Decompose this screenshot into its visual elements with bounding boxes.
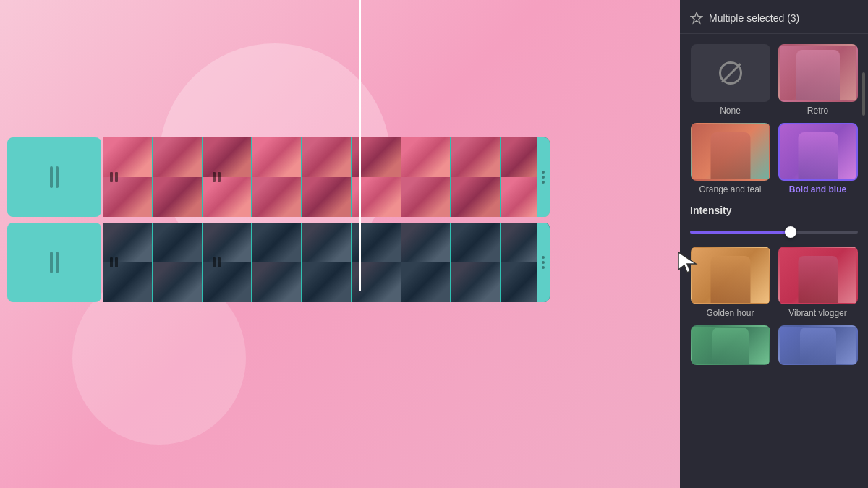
filter-bold-blue[interactable]: Bold and blue: [778, 123, 858, 194]
panel-header: Multiple selected (3): [680, 0, 868, 34]
filter-vibrant-label: Vibrant vlogger: [788, 308, 847, 318]
frame: [153, 223, 203, 262]
frame: [103, 137, 153, 177]
track-2-top-row: [103, 223, 550, 262]
svg-marker-0: [692, 13, 702, 23]
frame: [252, 177, 302, 217]
track-1-left-handle[interactable]: [7, 137, 101, 217]
intensity-slider-container[interactable]: [690, 225, 858, 239]
frame: [302, 223, 352, 262]
filter-vibrant[interactable]: Vibrant vlogger: [778, 247, 858, 318]
frame: [153, 137, 203, 177]
filter-golden-thumb: [691, 247, 770, 304]
filter-golden[interactable]: Golden hour: [690, 247, 770, 318]
frame: [153, 177, 203, 217]
no-filter-icon: [719, 61, 742, 85]
frame: [401, 177, 451, 217]
track-1-strip[interactable]: [103, 137, 550, 217]
track-1-handle-dots: [50, 166, 59, 188]
frame: [103, 177, 153, 217]
filter-vibrant-thumb: [778, 247, 858, 304]
pause-icon-4: [213, 257, 221, 267]
filter-retro[interactable]: Retro: [778, 44, 858, 116]
frame: [302, 177, 352, 217]
pause-icon-1: [110, 172, 118, 182]
filter-orange-teal[interactable]: Orange and teal: [690, 123, 770, 194]
track-2-left-handle[interactable]: [7, 223, 101, 302]
playhead-line: [359, 0, 361, 291]
filter-bottom2[interactable]: [778, 325, 858, 365]
frame: [203, 262, 252, 302]
filter-none[interactable]: None: [690, 44, 770, 116]
playhead[interactable]: [352, 0, 368, 291]
frame: [451, 137, 501, 177]
filter-bold-blue-label: Bold and blue: [789, 184, 846, 194]
track-2-handle-dots: [50, 252, 59, 273]
track-2-bottom-row: [103, 262, 550, 302]
frame: [302, 262, 352, 302]
panel-title: Multiple selected (3): [709, 12, 799, 24]
track-1-bottom-row: [103, 177, 550, 217]
filters-grid: None Retro Orange and teal Bold and blue: [680, 34, 868, 194]
end-handle-dots-2: [542, 256, 545, 269]
magic-icon: [690, 12, 703, 25]
filter-bottom2-thumb: [778, 325, 858, 365]
track-1-top-row: [103, 137, 550, 177]
frame: [203, 177, 252, 217]
pause-icon-3: [110, 257, 118, 267]
filter-none-label: None: [720, 106, 741, 116]
frame: [103, 223, 153, 262]
frame: [451, 177, 501, 217]
intensity-label: Intensity: [690, 205, 858, 216]
track-1: [0, 137, 550, 217]
scroll-indicator: [862, 72, 865, 116]
frame: [451, 223, 501, 262]
track-1-end-handle[interactable]: [537, 137, 550, 217]
track-2-end-handle[interactable]: [537, 223, 550, 302]
filter-orange-teal-label: Orange and teal: [699, 184, 761, 194]
frame: [451, 262, 501, 302]
end-handle-dots: [542, 171, 545, 184]
right-panel: Multiple selected (3) None Retro Orange …: [680, 0, 868, 488]
frame: [401, 262, 451, 302]
frame: [252, 262, 302, 302]
frame: [203, 137, 252, 177]
track-2-strip[interactable]: [103, 223, 550, 302]
timeline-area: [0, 137, 550, 308]
track-2: [0, 223, 550, 302]
filter-none-thumb: [691, 44, 770, 102]
pause-icon-2: [213, 172, 221, 182]
filters-grid-bottom: Golden hour Vibrant vlogger: [680, 247, 868, 365]
filter-bottom1-thumb: [691, 325, 770, 365]
frame: [103, 262, 153, 302]
frame: [252, 137, 302, 177]
frame: [153, 262, 203, 302]
frame: [203, 223, 252, 262]
filter-retro-thumb: [778, 44, 858, 102]
filter-golden-label: Golden hour: [706, 308, 754, 318]
intensity-section: Intensity: [680, 194, 868, 247]
frame: [302, 137, 352, 177]
frame: [401, 137, 451, 177]
frame: [252, 223, 302, 262]
filter-bold-blue-thumb: [778, 123, 858, 181]
filter-retro-label: Retro: [807, 106, 828, 116]
frame: [401, 223, 451, 262]
filter-orange-teal-thumb: [691, 123, 770, 181]
filter-bottom1[interactable]: [690, 325, 770, 365]
